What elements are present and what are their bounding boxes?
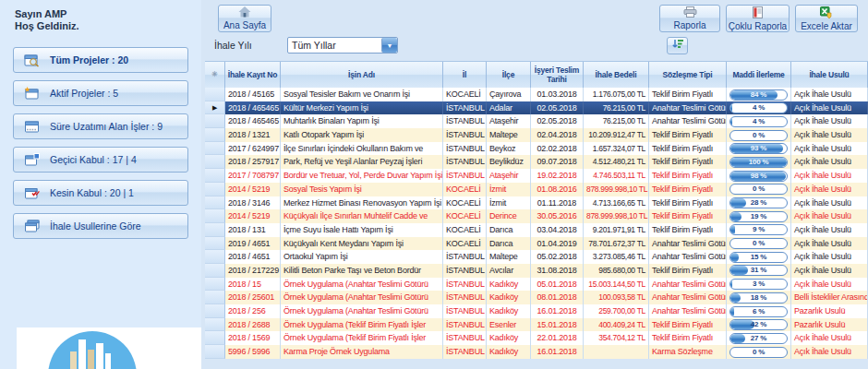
table-row[interactable]: 2018 / 1569 Örnek Uygulama (Teklif Birim… <box>205 331 868 345</box>
row-indicator <box>205 142 225 156</box>
home-button[interactable]: Ana Sayfa <box>218 5 271 32</box>
progress-bar: 0 % <box>729 347 788 358</box>
report-button[interactable]: Raporla <box>659 5 720 32</box>
column-header-maddi-ilerleme[interactable]: Maddi İlerleme <box>727 62 791 89</box>
table-row[interactable]: 5996 / 5996 Karma Proje Örnek Uygulama İ… <box>205 345 868 359</box>
new-window-icon <box>23 87 42 101</box>
table-row[interactable]: 2017 / 708797 Bordür ve Tretuar, Yol, Pe… <box>205 169 868 183</box>
row-indicator <box>205 278 225 292</box>
cell-ihale-usulu: Açık İhale Usulü <box>791 196 868 210</box>
progress-label: 4 % <box>730 117 787 126</box>
table-row[interactable]: 2019 / 4651 Küçükyalı Kent Meydanı Yapım… <box>205 237 868 251</box>
tender-year-select[interactable]: Tüm Yıllar ▼ <box>287 37 398 54</box>
progress-bar: 31 % <box>729 265 788 276</box>
cell-maddi-ilerleme: 9 % <box>727 223 791 237</box>
cell-ihale-usulu: Açık İhale Usulü <box>791 345 868 359</box>
table-row[interactable]: 2018 / 256 Örnek Uygulama (Anahtar Tesli… <box>205 304 868 318</box>
cell-maddi-ilerleme: 3 % <box>727 278 791 292</box>
cell-isyeri-teslim-tarihi: 16.01.2018 <box>531 345 584 359</box>
table-row[interactable]: 2017 / 624997 İlçe Sınırları İçindeki Ok… <box>205 142 868 156</box>
cell-isin-adi: Örnek Uygulama (Anahtar Teslimi Götürü <box>281 304 443 318</box>
sidebar-item-all-projects[interactable]: Tüm Projeler : 20 <box>13 47 188 73</box>
cell-sozlesme-tipi: Teklif Birim Fiyatlı <box>649 142 727 156</box>
column-header-il[interactable]: İl <box>443 62 487 89</box>
table-row[interactable]: 2018 / 4651 Ortaokul Yapım İşi İSTANBUL … <box>205 250 868 264</box>
sidebar-item-provisional-acceptance[interactable]: Geçici Kabul : 17 | 4 <box>13 147 188 173</box>
cell-maddi-ilerleme: 31 % <box>727 264 791 278</box>
cell-ihale-usulu: Pazarlık Usulü <box>791 304 868 318</box>
table-row[interactable]: 2018 / 465465 Muhtarlık Binaları Yapım İ… <box>205 114 868 128</box>
cell-ihale-usulu: Açık İhale Usulü <box>791 278 868 292</box>
table-row[interactable]: 2014 / 5219 Sosyal Tesis Yapım İşi KOCAE… <box>205 183 868 196</box>
cell-isin-adi: Sosyal Tesisler Bakım ve Onarım İşi <box>281 88 443 101</box>
cell-ihale-bedeli: 4.512.480,21 TL <box>584 155 649 169</box>
table-row[interactable]: 2018 / 15 Örnek Uygulama (Anahtar Teslim… <box>205 278 868 292</box>
column-header-isin-adi[interactable]: İşin Adı <box>281 62 443 89</box>
progress-bar: 19 % <box>729 211 788 222</box>
schedule-window-icon <box>23 120 42 134</box>
cell-ilce: Beykoz <box>487 142 531 156</box>
table-row[interactable]: 2018 / 1321 Katlı Otopark Yapım İşi İSTA… <box>205 128 868 142</box>
cell-ihale-kayit-no: 2014 / 5219 <box>225 183 281 196</box>
progress-label: 6 % <box>730 307 787 316</box>
tender-year-label: İhale Yılı <box>214 40 252 51</box>
cell-maddi-ilerleme: 42 % <box>727 318 791 332</box>
table-row[interactable]: ▶ 2018 / 465465 Kültür Merkezi Yapım İşi… <box>205 101 868 115</box>
cell-ilce: Avcılar <box>487 264 531 278</box>
table-row[interactable]: 2018 / 25601 Örnek Uygulama (Anahtar Tes… <box>205 291 868 304</box>
table-row[interactable]: 2014 / 5219 Küçükyalı İlçe Sınırları Muh… <box>205 209 868 223</box>
filter-button[interactable] <box>667 37 688 54</box>
cell-ihale-kayit-no: 2018 / 217229 <box>225 264 281 278</box>
cell-il: İSTANBUL <box>443 142 487 156</box>
search-window-icon <box>23 54 42 67</box>
table-row[interactable]: 2018 / 131 İçme Suyu İsale Hattı Yapım İ… <box>205 223 868 237</box>
cell-isin-adi: Örnek Uygulama (Teklif Birim Fiyatlı İşl… <box>281 331 443 345</box>
excel-export-button[interactable]: Excele Aktar <box>795 5 858 32</box>
column-header-settings[interactable]: ✳ <box>205 62 225 89</box>
column-header-ihale-kayit-no[interactable]: İhale Kayıt No <box>225 62 281 89</box>
cell-ihale-usulu: Açık İhale Usulü <box>791 114 868 128</box>
cell-isyeri-teslim-tarihi: 09.07.2018 <box>531 155 584 169</box>
progress-bar: 42 % <box>729 319 788 330</box>
cell-sozlesme-tipi: Teklif Birim Fiyatlı <box>649 169 727 183</box>
cell-isyeri-teslim-tarihi: 30.05.2016 <box>531 209 584 223</box>
cell-ihale-bedeli: 4.746.503,11 TL <box>584 169 649 183</box>
column-header-ihale-bedeli[interactable]: İhale Bedeli <box>584 62 649 89</box>
cell-il: İSTANBUL <box>443 128 487 142</box>
cell-ilce: Beylikdüz <box>487 155 531 169</box>
cell-isyeri-teslim-tarihi: 02.04.2018 <box>531 128 584 142</box>
cell-il: İSTANBUL <box>443 114 487 128</box>
sidebar-item-active-projects[interactable]: Aktif Projeler : 5 <box>13 80 188 106</box>
column-header-ihale-usulu[interactable]: İhale Usulü <box>791 62 868 89</box>
column-header-isyeri-teslim-tarihi[interactable]: İşyeri Teslim Tarihi <box>531 62 584 89</box>
cell-ihale-usulu: Açık İhale Usulü <box>791 155 868 169</box>
table-row[interactable]: 2018 / 217229 Kilitli Beton Parke Taşı v… <box>205 264 868 278</box>
table-row[interactable]: 2018 / 45165 Sosyal Tesisler Bakım ve On… <box>205 88 868 101</box>
filter-icon <box>671 39 684 53</box>
progress-bar: 0 % <box>729 184 788 195</box>
progress-bar: 98 % <box>729 171 788 182</box>
progress-label: 15 % <box>730 253 787 262</box>
table-row[interactable]: 2018 / 257917 Park, Refüj ve Yeşil Alanl… <box>205 155 868 169</box>
sidebar-item-by-tender-method[interactable]: İhale Usullerine Göre <box>13 213 188 239</box>
provisional-window-icon <box>23 153 42 167</box>
column-header-ilce[interactable]: İlçe <box>487 62 531 89</box>
sidebar-item-final-acceptance[interactable]: Kesin Kabul : 20 | 1 <box>13 180 188 206</box>
row-indicator <box>205 345 225 359</box>
tender-year-value: Tüm Yıllar <box>288 40 381 51</box>
progress-label: 18 % <box>730 293 787 303</box>
multi-report-button[interactable]: Çoklu Raporla <box>726 5 790 32</box>
column-header-sozlesme-tipi[interactable]: Sözleşme Tipi <box>649 62 727 89</box>
table-row[interactable]: 2018 / 3146 Merkez Hizmet Binası Renovas… <box>205 196 868 210</box>
sidebar-item-extended-projects[interactable]: Süre Uzatımı Alan İşler : 9 <box>13 113 188 139</box>
cell-isyeri-teslim-tarihi: 15.01.2018 <box>531 318 584 332</box>
cell-ilce: Ataşehir <box>487 114 531 128</box>
cell-maddi-ilerleme: 15 % <box>727 250 791 264</box>
settings-asterisk-icon: ✳ <box>211 70 218 79</box>
row-indicator: ▶ <box>205 101 225 115</box>
cell-ihale-bedeli: 78.701.672,37 TL <box>584 237 649 251</box>
table-row[interactable]: 2018 / 2688 Örnek Uygulama (Teklif Birim… <box>205 318 868 332</box>
cell-ihale-kayit-no: 2018 / 2688 <box>225 318 281 332</box>
cell-il: İSTANBUL <box>443 345 487 359</box>
cell-ihale-usulu: Açık İhale Usulü <box>791 169 868 183</box>
